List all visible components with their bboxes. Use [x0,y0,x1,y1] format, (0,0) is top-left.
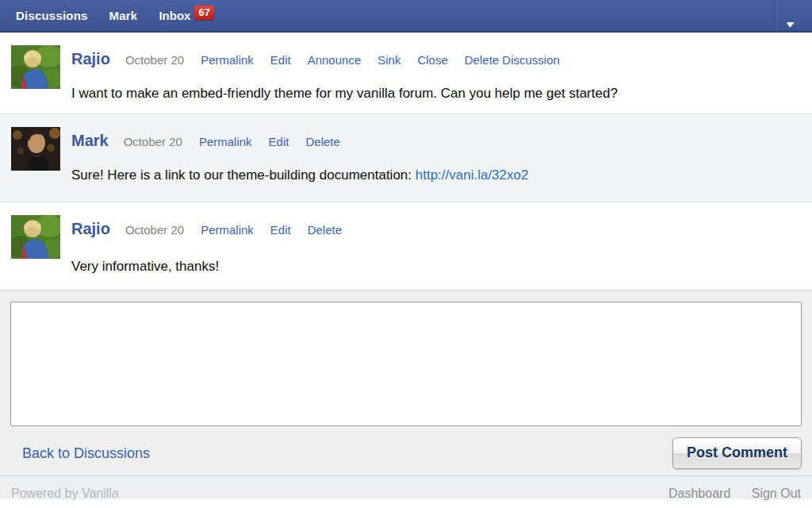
post-text: Sure! Here is a link to our theme-buildi… [71,167,416,183]
nav-discussions[interactable]: Discussions [16,9,88,22]
author-link[interactable]: Mark [71,132,109,150]
post-date: October 20 [124,135,182,148]
announce-link[interactable]: Announce [308,53,362,67]
comment-post: Rajio October 20 Permalink Edit Delete V… [0,202,812,290]
comment-input[interactable] [10,302,802,426]
edit-link[interactable]: Edit [270,223,291,237]
inbox-count-badge: 67 [194,6,213,20]
close-link[interactable]: Close [417,53,447,67]
comment-form: Back to Discussions Post Comment [0,290,812,475]
powered-by-vanilla-link[interactable]: Powered by Vanilla [11,487,119,499]
back-to-discussions-link[interactable]: Back to Discussions [22,445,150,462]
permalink-link[interactable]: Permalink [199,135,252,148]
comment-post: Mark October 20 Permalink Edit Delete Su… [0,114,812,202]
sign-out-link[interactable]: Sign Out [752,487,801,500]
nav-profile[interactable]: Mark [109,9,138,22]
author-link[interactable]: Rajio [71,50,110,68]
chat-bubble-button[interactable] [775,0,812,31]
documentation-link[interactable]: http://vani.la/32xo2 [416,167,529,183]
edit-link[interactable]: Edit [270,53,291,67]
discussion-post: Rajio October 20 Permalink Edit Announce… [0,33,812,114]
post-date: October 20 [125,223,184,237]
post-comment-button[interactable]: Post Comment [672,437,802,469]
delete-discussion-link[interactable]: Delete Discussion [465,53,560,67]
discussion-thread: Rajio October 20 Permalink Edit Announce… [0,33,812,475]
author-link[interactable]: Rajio [71,220,110,238]
post-body: I want to make an embed-friendly theme f… [71,85,801,102]
avatar-rajio[interactable] [11,45,60,89]
top-navigation-bar: Discussions Mark Inbox 67 [0,0,812,33]
dashboard-link[interactable]: Dashboard [668,487,730,500]
chat-bubble-icon [783,9,805,23]
avatar-mark[interactable] [11,127,60,171]
nav-inbox[interactable]: Inbox 67 [159,9,213,23]
post-date: October 20 [125,53,184,67]
permalink-link[interactable]: Permalink [201,53,254,67]
avatar-rajio[interactable] [11,215,60,259]
permalink-link[interactable]: Permalink [201,223,254,237]
delete-link[interactable]: Delete [308,223,342,237]
post-body: Very informative, thanks! [71,258,801,275]
edit-link[interactable]: Edit [269,135,289,148]
page-footer: Powered by Vanilla Dashboard Sign Out [0,475,812,499]
sink-link[interactable]: Sink [377,53,400,67]
post-body: Sure! Here is a link to our theme-buildi… [71,167,801,184]
delete-link[interactable]: Delete [305,135,339,148]
inbox-label: Inbox [159,9,190,22]
